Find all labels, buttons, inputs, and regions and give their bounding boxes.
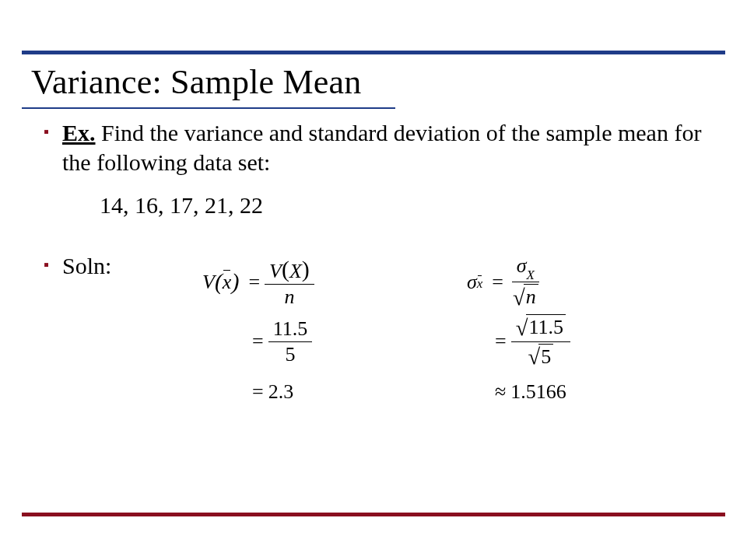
var-step2-den: 5 (280, 342, 300, 365)
variance-eq-line2: = 11.5 5 (202, 317, 314, 366)
example-label: Ex. (62, 120, 96, 145)
title-underline (22, 107, 395, 109)
variance-eq-line3: = 2.3 (202, 376, 314, 408)
stdev-eq-line1: σx = σX √n (467, 258, 570, 306)
stdev-result: 1.5166 (510, 380, 566, 404)
data-values: 14, 16, 17, 21, 22 (100, 191, 703, 220)
sigma-lhs: σ (467, 271, 477, 294)
bullet-marker-icon: ▪ (44, 118, 62, 145)
top-rule (22, 51, 725, 54)
variance-eq-line1: V(x) = V(X) n (202, 258, 314, 306)
var-step2-num: 11.5 (268, 318, 313, 341)
sigma-num-sub: X (527, 268, 535, 282)
math-area: V(x) = V(X) n = 11.5 5 (0, 258, 747, 460)
sigma-sub-xbar: x (477, 276, 483, 292)
approx-sign: ≈ (495, 380, 506, 404)
var-arg-xbar: x (223, 271, 232, 294)
sigma-num: σ (517, 254, 527, 277)
stdev-step2-den: 5 (538, 344, 553, 369)
var-func-lhs: V (202, 271, 215, 294)
equals-sign: = (495, 330, 507, 353)
stdev-step2-num: 11.5 (526, 314, 566, 339)
stdev-column: σx = σX √n = √11.5 (467, 258, 570, 418)
var-result: 2.3 (268, 380, 294, 404)
stdev-eq-line2: = √11.5 √5 (467, 317, 570, 366)
example-text: Find the variance and standard deviation… (62, 120, 701, 175)
bullet-example: ▪ Ex. Find the variance and standard dev… (44, 118, 703, 177)
equals-sign: = (492, 271, 503, 294)
stdev-eq-line3: ≈ 1.5166 (467, 376, 570, 408)
slide-title: Variance: Sample Mean (31, 62, 361, 102)
var-den-n: n (279, 285, 299, 307)
equals-sign: = (252, 380, 264, 404)
bullet-example-text: Ex. Find the variance and standard devia… (62, 118, 703, 177)
bottom-rule (22, 513, 725, 516)
var-func-num: V (269, 260, 282, 282)
var-arg-X: X (289, 260, 302, 282)
variance-column: V(x) = V(X) n = 11.5 5 (202, 258, 314, 418)
stdev-den-n: n (524, 284, 538, 309)
slide: Variance: Sample Mean ▪ Ex. Find the var… (0, 0, 747, 560)
equals-sign: = (252, 330, 264, 353)
equals-sign: = (248, 271, 260, 294)
